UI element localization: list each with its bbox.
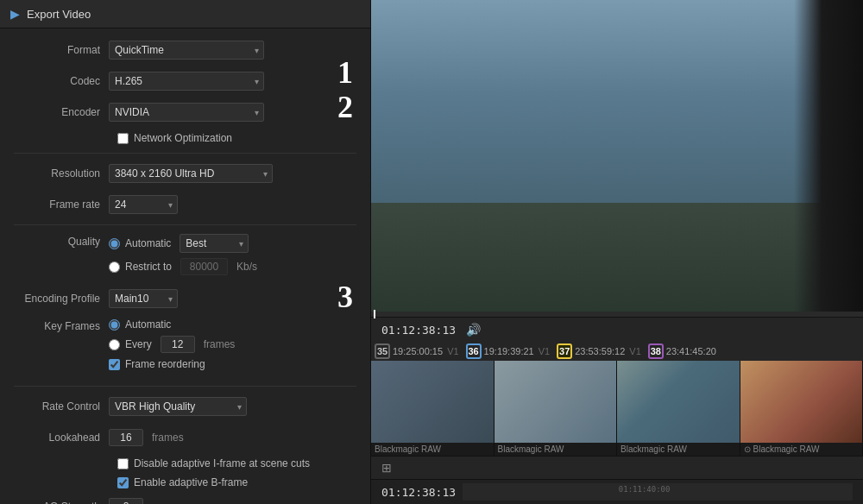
rate-control-field: VBR High Quality CBR CQ [109, 397, 356, 416]
ground-layer [371, 203, 863, 312]
left-panel: ▶ Export Video 1 2 3 Format QuickTime MP… [0, 0, 371, 504]
frame-reordering-checkbox[interactable] [109, 359, 120, 370]
clip-label-37: Blackmagic RAW [617, 443, 740, 456]
rate-control-label: Rate Control [14, 400, 109, 413]
clip-icon-38: ⊙ [744, 444, 751, 454]
encoding-profile-select[interactable]: Main10 Main High [109, 289, 178, 308]
framerate-select[interactable]: 24 25 30 60 [109, 195, 178, 214]
network-optimization-label[interactable]: Network Optimization [117, 132, 232, 144]
settings-area: 1 2 3 Format QuickTime MP4 MXF Codec [0, 28, 370, 504]
keyframes-label: Key Frames [14, 318, 109, 332]
format-field: QuickTime MP4 MXF [109, 41, 356, 60]
lookahead-input[interactable] [109, 429, 143, 446]
keyframes-automatic-row: Automatic [109, 318, 356, 331]
clip-marker-38[interactable]: 38 23:41:45:20 [645, 343, 720, 359]
network-optimization-checkbox[interactable] [117, 133, 129, 144]
clip-track-37: V1 [629, 346, 640, 356]
clip-thumb-bg-35 [371, 361, 494, 443]
aq-strength-label: AQ Strength [14, 501, 109, 504]
progress-bar[interactable] [371, 312, 863, 317]
clip-thumb-38 [740, 361, 863, 443]
quality-automatic-radio[interactable] [109, 238, 120, 249]
resolution-select[interactable]: 3840 x 2160 Ultra HD 1920 x 1080 HD 1280… [109, 164, 273, 183]
format-row: Format QuickTime MP4 MXF [14, 39, 356, 61]
video-bg [371, 0, 863, 312]
resolution-row: Resolution 3840 x 2160 Ultra HD 1920 x 1… [14, 162, 356, 185]
right-panel: 01:12:38:13 🔊 35 19:25:00:15 V1 36 19:19… [371, 0, 863, 504]
video-preview [371, 0, 863, 312]
codec-row: Codec H.265 H.264 ProRes [14, 70, 356, 92]
clip-timecode-37: 23:53:59:12 [575, 346, 625, 356]
network-optimization-row: Network Optimization [14, 132, 356, 144]
panel-title-text: Export Video [27, 8, 91, 21]
divider-2 [14, 224, 356, 225]
clip-thumb-36 [494, 361, 617, 443]
lookahead-field: frames [109, 429, 356, 446]
clip-badge-36: 36 [466, 343, 482, 359]
enable-adaptive-b-row: Enable adaptive B-frame [14, 476, 356, 488]
clip-timecode-38: 23:41:45:20 [666, 346, 716, 356]
encoder-row: Encoder NVIDIA AMD CPU [14, 101, 356, 123]
clip-item-35[interactable]: Blackmagic RAW [371, 361, 494, 456]
clip-label-36: Blackmagic RAW [494, 443, 617, 456]
framerate-row: Frame rate 24 25 30 60 [14, 193, 356, 216]
keyframes-automatic-radio[interactable] [109, 319, 120, 331]
clip-marker-36[interactable]: 36 19:19:39:21 V1 [463, 343, 554, 359]
grid-icon-btn[interactable]: ⊞ [378, 459, 395, 476]
clip-item-36[interactable]: Blackmagic RAW [494, 361, 618, 456]
format-select-wrapper: QuickTime MP4 MXF [109, 41, 264, 60]
ruler-label: 01:11:40:00 [619, 485, 671, 494]
codec-select[interactable]: H.265 H.264 ProRes [109, 72, 264, 91]
time-ruler[interactable]: 01:11:40:00 [463, 483, 853, 501]
quality-best-select[interactable]: Best High Medium Low [180, 234, 249, 253]
lookahead-frames-unit: frames [152, 432, 184, 444]
aq-strength-input[interactable] [109, 498, 143, 504]
rate-control-select-wrapper: VBR High Quality CBR CQ [109, 397, 247, 416]
keyframes-every-input[interactable] [161, 336, 195, 353]
disable-adaptive-label[interactable]: Disable adaptive I-frame at scene cuts [117, 457, 310, 469]
encoder-select[interactable]: NVIDIA AMD CPU [109, 103, 264, 122]
enable-adaptive-b-checkbox[interactable] [117, 477, 129, 488]
rate-control-row: Rate Control VBR High Quality CBR CQ [14, 395, 356, 418]
clip-label-38: ⊙ Blackmagic RAW [740, 443, 863, 456]
clip-badge-37: 37 [557, 343, 572, 359]
clip-item-37[interactable]: Blackmagic RAW [617, 361, 740, 456]
format-label: Format [14, 44, 109, 56]
enable-adaptive-b-label[interactable]: Enable adaptive B-frame [117, 476, 248, 488]
annotation-2: 2 [337, 89, 353, 125]
encoder-field: NVIDIA AMD CPU [109, 103, 356, 122]
clip-track-35: V1 [447, 346, 458, 356]
frame-reordering-row: Frame reordering [109, 358, 356, 370]
clip-marker-37[interactable]: 37 23:53:59:12 V1 [553, 343, 645, 359]
export-video-icon: ▶ [10, 7, 20, 21]
framerate-label: Frame rate [14, 198, 109, 211]
divider-3 [14, 386, 356, 387]
lookahead-row: Lookahead frames [14, 426, 356, 449]
rate-control-select[interactable]: VBR High Quality CBR CQ [109, 397, 247, 416]
quality-automatic-row: Automatic Best High Medium Low [109, 234, 356, 253]
clip-badge-35: 35 [375, 343, 390, 359]
quality-restrict-input[interactable] [180, 258, 228, 275]
resolution-select-wrapper: 3840 x 2160 Ultra HD 1920 x 1080 HD 1280… [109, 164, 273, 183]
quality-best-select-wrapper: Best High Medium Low [180, 234, 249, 253]
clip-marker-35[interactable]: 35 19:25:00:15 V1 [371, 343, 463, 359]
silhouette-layer [794, 0, 863, 312]
clip-item-38[interactable]: ⊙ Blackmagic RAW [740, 361, 864, 456]
disable-adaptive-checkbox[interactable] [117, 458, 129, 469]
codec-label: Codec [14, 75, 109, 87]
disable-adaptive-row: Disable adaptive I-frame at scene cuts [14, 457, 356, 469]
keyframes-every-radio[interactable] [109, 339, 120, 350]
quality-section: Quality Automatic Best High Medium Low [14, 234, 356, 280]
clip-thumb-37 [617, 361, 740, 443]
annotation-1: 1 [337, 54, 353, 91]
keyframes-every-label: Every [125, 338, 152, 350]
clip-strip: 35 19:25:00:15 V1 36 19:19:39:21 V1 37 2… [371, 342, 863, 361]
aq-strength-row: AQ Strength [14, 495, 356, 504]
volume-icon[interactable]: 🔊 [466, 323, 481, 337]
keyframes-every-row: Every frames [109, 336, 356, 353]
format-select[interactable]: QuickTime MP4 MXF [109, 41, 264, 60]
quality-restrict-radio[interactable] [109, 261, 120, 273]
clip-thumb-35 [371, 361, 494, 443]
keyframes-options: Automatic Every frames Frame reordering [109, 318, 356, 377]
frame-reordering-label[interactable]: Frame reordering [109, 358, 205, 370]
